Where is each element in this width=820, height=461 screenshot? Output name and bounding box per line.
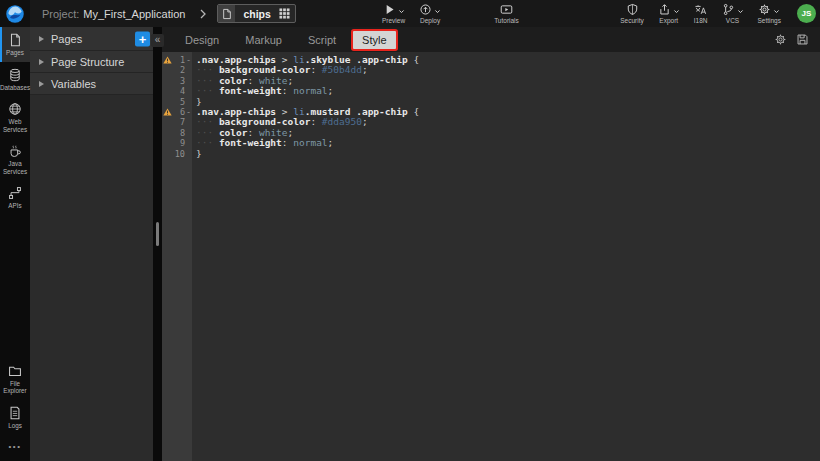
- line-number: 2: [172, 65, 185, 75]
- code-line-4[interactable]: 4··· font-weight: normal;: [162, 86, 820, 96]
- splitter-handle[interactable]: [156, 222, 159, 246]
- line-number: 3: [172, 76, 185, 86]
- line-number: 9: [172, 138, 185, 148]
- editor-tabbar: DesignMarkupScriptStyle: [162, 27, 820, 52]
- fold-spacer: [185, 138, 192, 148]
- wavemaker-logo-icon: [5, 4, 25, 24]
- topbar-tool-export[interactable]: Export: [658, 3, 680, 24]
- sidebar-bottom-group: File ExplorerLogs: [0, 358, 30, 435]
- sidebar-item-pages[interactable]: Pages: [0, 27, 30, 62]
- chevron-down-icon: [671, 8, 680, 16]
- tab-markup[interactable]: Markup: [236, 31, 291, 49]
- gutter-spacer: [162, 138, 172, 148]
- fold-spacer: [185, 149, 192, 159]
- topbar-tool-settings[interactable]: Settings: [758, 3, 782, 24]
- action-label: Preview: [382, 17, 405, 24]
- left-sidebar: PagesDatabasesWeb ServicesJava ServicesA…: [0, 27, 30, 461]
- page-tab-label: chips: [235, 8, 278, 20]
- sidebar-more-button[interactable]: •••: [0, 434, 30, 461]
- export-icon: [658, 3, 671, 16]
- panel-section-variables[interactable]: Variables: [30, 73, 153, 95]
- fold-spacer: [185, 97, 192, 107]
- editor-settings-gear-icon[interactable]: [774, 33, 787, 46]
- deploy-icon: [419, 3, 432, 16]
- chevron-down-icon: [432, 8, 441, 16]
- editor-tabs: DesignMarkupScriptStyle: [176, 31, 396, 49]
- tab-script[interactable]: Script: [299, 31, 345, 49]
- play-icon: [383, 3, 396, 16]
- tool-label: Security: [620, 17, 643, 24]
- vcs-icon: [722, 3, 735, 16]
- gutter-spacer: [162, 149, 172, 159]
- topbar-tool-security[interactable]: Security: [620, 3, 643, 24]
- project-label: Project:: [42, 8, 79, 20]
- logs-icon: [8, 406, 22, 420]
- video-icon: [500, 3, 513, 16]
- pages-icon: [8, 33, 22, 47]
- sidebar-item-file-explorer[interactable]: File Explorer: [0, 358, 30, 400]
- line-number: 5: [172, 97, 185, 107]
- tool-label: Settings: [758, 17, 782, 24]
- app-logo[interactable]: [0, 0, 30, 27]
- add-page-button[interactable]: +: [135, 31, 150, 46]
- sidebar-item-java-services[interactable]: Java Services: [0, 138, 30, 180]
- sidebar-item-web-services[interactable]: Web Services: [0, 96, 30, 138]
- shield-icon: [626, 3, 639, 16]
- topbar-action-deploy[interactable]: Deploy: [419, 3, 441, 24]
- fold-marker[interactable]: -: [185, 55, 192, 65]
- globe-icon: [8, 102, 22, 116]
- panel-section-label: Variables: [51, 78, 96, 90]
- collapse-panel-button[interactable]: «: [151, 34, 164, 47]
- line-number: 8: [172, 128, 185, 138]
- icon-row: [383, 3, 405, 16]
- gutter-spacer: [162, 65, 172, 75]
- sidebar-item-label: File Explorer: [0, 380, 30, 395]
- topbar-action-tutorials[interactable]: Tutorials: [494, 3, 519, 24]
- code-line-9[interactable]: 9··· font-weight: normal;: [162, 138, 820, 148]
- sidebar-item-logs[interactable]: Logs: [0, 400, 30, 435]
- save-icon[interactable]: [796, 33, 809, 46]
- fold-marker[interactable]: -: [185, 107, 192, 117]
- sidebar-item-databases[interactable]: Databases: [0, 62, 30, 97]
- panel-section-label: Page Structure: [51, 56, 124, 68]
- panel-section-pages[interactable]: Pages+: [30, 27, 153, 51]
- project-name[interactable]: My_First_Application: [83, 8, 185, 20]
- icon-row: [758, 3, 780, 16]
- gutter-spacer: [162, 76, 172, 86]
- apis-icon: [8, 186, 22, 200]
- tab-style[interactable]: Style: [353, 31, 395, 49]
- tool-label: Export: [659, 17, 678, 24]
- topbar-tools: SecurityExportI18NVCSSettings: [613, 0, 788, 27]
- folder-icon: [8, 364, 22, 378]
- line-number: 7: [172, 117, 185, 127]
- grid-icon[interactable]: [279, 8, 295, 19]
- panel-splitter[interactable]: «: [153, 27, 162, 461]
- project-breadcrumb: Project:My_First_Application: [42, 8, 185, 20]
- panel-section-page-structure[interactable]: Page Structure: [30, 51, 153, 73]
- user-avatar[interactable]: JS: [797, 4, 816, 23]
- editor-area: DesignMarkupScriptStyle 1-.nav.app-chips…: [162, 27, 820, 461]
- icon-row: [419, 3, 441, 16]
- tool-label: VCS: [726, 17, 739, 24]
- action-label: Deploy: [420, 17, 440, 24]
- code-text: ··· font-weight: normal;: [192, 138, 333, 148]
- fold-spacer: [185, 128, 192, 138]
- tab-design[interactable]: Design: [176, 31, 228, 49]
- topbar-action-preview[interactable]: Preview: [382, 3, 405, 24]
- code-line-10[interactable]: 10}: [162, 149, 820, 159]
- icon-row: [722, 3, 744, 16]
- sidebar-item-apis[interactable]: APIs: [0, 180, 30, 215]
- database-icon: [8, 68, 22, 82]
- line-number: 4: [172, 86, 185, 96]
- sidebar-top-group: PagesDatabasesWeb ServicesJava ServicesA…: [0, 27, 30, 215]
- sidebar-item-label: Pages: [6, 49, 24, 57]
- topbar-tool-vcs[interactable]: VCS: [722, 3, 744, 24]
- open-page-tab[interactable]: chips: [217, 4, 295, 23]
- css-code-editor[interactable]: 1-.nav.app-chips > li.skyblue .app-chip …: [162, 52, 820, 461]
- panel-section-label: Pages: [51, 33, 82, 45]
- topbar-tool-i18n[interactable]: I18N: [694, 3, 708, 24]
- settings-icon: [758, 3, 771, 16]
- warning-icon: [162, 55, 172, 65]
- line-number: 10: [172, 149, 185, 159]
- icon-row: [626, 3, 639, 16]
